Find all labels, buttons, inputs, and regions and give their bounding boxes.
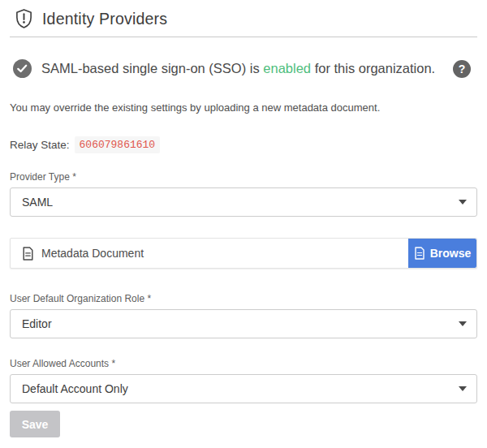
- sso-status-text: SAML-based single sign-on (SSO) is enabl…: [41, 61, 435, 76]
- org-role-group: User Default Organization Role * Editor: [10, 293, 477, 338]
- metadata-document-label: Metadata Document: [41, 247, 144, 260]
- help-glyph: ?: [459, 62, 466, 75]
- org-role-select[interactable]: Editor: [10, 309, 477, 338]
- identity-providers-page: Identity Providers SAML-based single sig…: [0, 0, 487, 437]
- file-document-icon: [22, 247, 34, 261]
- metadata-document-input[interactable]: Metadata Document: [11, 247, 408, 261]
- status-enabled-text: enabled: [263, 61, 311, 75]
- save-button[interactable]: Save: [10, 411, 60, 437]
- shield-exclamation-icon: [15, 8, 33, 29]
- chevron-down-icon: [459, 200, 467, 205]
- browse-button[interactable]: Browse: [408, 239, 476, 268]
- status-text-before: SAML-based single sign-on (SSO) is: [41, 61, 260, 75]
- allowed-accounts-value: Default Account Only: [22, 382, 128, 395]
- allowed-accounts-label: User Allowed Accounts *: [10, 358, 477, 369]
- chevron-down-icon: [459, 386, 467, 391]
- allowed-accounts-select[interactable]: Default Account Only: [10, 374, 477, 403]
- browse-button-label: Browse: [430, 247, 472, 260]
- page-header: Identity Providers: [10, 0, 477, 37]
- metadata-document-bar: Metadata Document Browse: [10, 238, 477, 269]
- file-upload-icon: [414, 247, 425, 260]
- relay-state-value: 606079861610: [75, 136, 161, 153]
- relay-state-row: Relay State: 606079861610: [10, 136, 477, 153]
- status-text-after: for this organization.: [315, 61, 436, 75]
- allowed-accounts-group: User Allowed Accounts * Default Account …: [10, 358, 477, 403]
- check-circle-icon: [13, 59, 32, 78]
- help-icon[interactable]: ?: [453, 60, 471, 78]
- sso-status-row: SAML-based single sign-on (SSO) is enabl…: [10, 59, 477, 78]
- org-role-label: User Default Organization Role *: [10, 293, 477, 304]
- org-role-value: Editor: [22, 317, 52, 330]
- relay-state-label: Relay State:: [10, 139, 70, 151]
- provider-type-group: Provider Type * SAML: [10, 171, 477, 217]
- provider-type-value: SAML: [22, 196, 53, 209]
- chevron-down-icon: [459, 321, 467, 326]
- page-title: Identity Providers: [42, 10, 167, 28]
- provider-type-label: Provider Type *: [10, 171, 477, 183]
- provider-type-select[interactable]: SAML: [10, 187, 477, 217]
- override-description: You may override the existing settings b…: [10, 101, 477, 115]
